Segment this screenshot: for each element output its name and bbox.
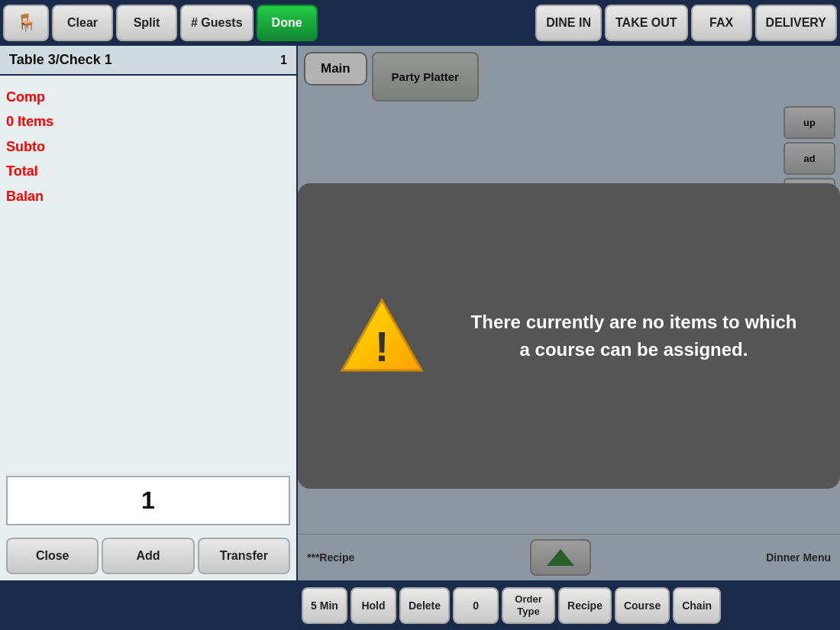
items-label: 0 Items [6, 109, 53, 134]
main-area: Table 3/Check 1 1 Comp 0 Items Subto Tot… [0, 46, 840, 580]
chain-button[interactable]: Chain [673, 587, 721, 624]
modal-message: There currently are no items to which a … [466, 309, 802, 363]
split-button[interactable]: Split [116, 5, 177, 41]
clear-button[interactable]: Clear [52, 5, 113, 41]
close-button[interactable]: Close [6, 538, 99, 574]
subtotal-label: Subto [6, 134, 53, 159]
logo-button[interactable]: 🪑 [3, 5, 49, 41]
bottom-buttons: Close Add Transfer [0, 531, 296, 580]
check-header: Table 3/Check 1 1 [0, 46, 296, 76]
done-button[interactable]: Done [257, 5, 318, 41]
right-panel: Main Party Platter up ad non aine iche P… [298, 46, 840, 580]
action-bar: 5 Min Hold Delete 0 Order Type Recipe Co… [0, 580, 840, 630]
top-bar: 🪑 Clear Split # Guests Done DINE IN TAKE… [0, 0, 840, 46]
transfer-button[interactable]: Transfer [198, 538, 290, 574]
guests-button[interactable]: # Guests [180, 5, 254, 41]
order-area: Comp 0 Items Subto Total Balan [0, 76, 296, 470]
modal-box: ! There currently are no items to which … [298, 183, 840, 489]
balance-label: Balan [6, 184, 53, 208]
left-panel: Table 3/Check 1 1 Comp 0 Items Subto Tot… [0, 46, 298, 580]
hold-button[interactable]: Hold [351, 587, 396, 624]
order-labels: Comp 0 Items Subto Total Balan [6, 85, 53, 208]
dine-in-button[interactable]: DINE IN [535, 5, 602, 41]
warning-icon: ! [336, 294, 428, 378]
five-min-button[interactable]: 5 Min [302, 587, 347, 624]
modal-overlay[interactable]: ! There currently are no items to which … [298, 46, 840, 580]
check-number: 1 [280, 53, 287, 67]
order-type-button[interactable]: Order Type [502, 587, 555, 624]
delete-button[interactable]: Delete [399, 587, 450, 624]
add-button[interactable]: Add [102, 538, 194, 574]
check-title: Table 3/Check 1 [9, 52, 112, 68]
course-button[interactable]: Course [615, 587, 670, 624]
fax-button[interactable]: FAX [691, 5, 752, 41]
take-out-button[interactable]: TAKE OUT [605, 5, 688, 41]
total-label: Total [6, 159, 53, 183]
comp-label: Comp [6, 85, 53, 109]
number-display: 1 [6, 476, 290, 525]
logo-icon: 🪑 [16, 13, 37, 33]
delivery-button[interactable]: DELIVERY [755, 5, 837, 41]
recipe-button[interactable]: Recipe [558, 587, 612, 624]
zero-button[interactable]: 0 [453, 587, 499, 624]
svg-text:!: ! [375, 322, 389, 370]
